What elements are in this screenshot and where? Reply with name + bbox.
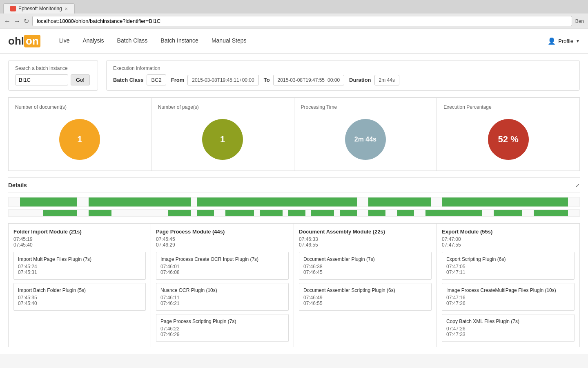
plugin-start-1-2: 07:46:22 xyxy=(160,326,284,332)
nav-live[interactable]: Live xyxy=(53,29,76,54)
nav-batch-instance[interactable]: Batch Instance xyxy=(154,29,205,54)
plugin-title-0-1: Import Batch Folder Plugin (5s) xyxy=(18,287,141,293)
stat-title-2: Processing Time xyxy=(301,104,337,110)
plugin-title-1-0: Image Process Create OCR Input Plugin (7… xyxy=(160,256,284,262)
stat-circle-container-0: 1 xyxy=(15,115,145,164)
plugin-end-1-0: 07:46:08 xyxy=(160,269,284,275)
timeline-bar-1-11 xyxy=(425,210,483,216)
browser-user: Ben xyxy=(575,18,584,24)
logo-on: on xyxy=(24,35,40,47)
stat-card-0: Number of document(s) 1 xyxy=(8,97,151,171)
stat-circle-3: 52 % xyxy=(488,119,529,160)
plugin-start-2-1: 07:46:49 xyxy=(303,295,427,301)
plugin-start-0-0: 07:45:24 xyxy=(18,264,141,269)
to-label: To xyxy=(264,77,270,83)
plugin-card-1-0: Image Process Create OCR Input Plugin (7… xyxy=(156,252,289,280)
timeline-bar-1-8 xyxy=(340,210,357,216)
search-box: Search a batch instance Go! xyxy=(8,60,98,91)
plugin-cards-3: Export Scripting Plugin (6s) 07:47:05 07… xyxy=(442,252,575,342)
execution-label: Execution information xyxy=(113,65,573,71)
timeline-bar-1-5 xyxy=(260,210,283,216)
execution-fields: Batch Class BC2 From 2015-03-08T19:45:11… xyxy=(113,74,573,85)
details-expand-icon[interactable]: ⤢ xyxy=(575,182,580,188)
module-end-3: 07:47:55 xyxy=(442,242,575,248)
timeline-bar-1-9 xyxy=(368,210,385,216)
module-card-0: Folder Import Module (21s) 07:45:19 07:4… xyxy=(8,223,151,347)
plugin-end-1-2: 07:46:29 xyxy=(160,332,284,337)
from-label: From xyxy=(171,77,185,83)
stats-row: Number of document(s) 1 Number of page(s… xyxy=(8,97,580,171)
timeline-row-0 xyxy=(8,197,580,207)
timeline-bar-1-2 xyxy=(168,210,191,216)
plugin-start-3-1: 07:47:16 xyxy=(446,295,570,301)
profile-label: Profile xyxy=(558,38,573,44)
go-button[interactable]: Go! xyxy=(71,74,90,85)
from-field: From 2015-03-08T19:45:11+00:00 xyxy=(171,75,259,85)
from-value: 2015-03-08T19:45:11+00:00 xyxy=(187,75,258,85)
forward-button[interactable]: → xyxy=(14,18,20,25)
nav-batch-class[interactable]: Batch Class xyxy=(111,29,154,54)
duration-field: Duration 2m 44s xyxy=(349,75,399,85)
logo: ohlon xyxy=(8,35,40,47)
plugin-card-2-0: Document Assembler Plugin (7s) 07:46:38 … xyxy=(299,252,432,280)
tab-close-button[interactable]: ✕ xyxy=(65,7,68,11)
stat-circle-0: 1 xyxy=(59,119,100,160)
plugin-title-3-1: Image Process CreateMultiPage Files Plug… xyxy=(446,287,570,293)
plugin-card-3-1: Image Process CreateMultiPage Files Plug… xyxy=(442,283,575,311)
details-header: Details ⤢ xyxy=(8,177,580,193)
address-bar: ← → ↻ Ben xyxy=(0,13,588,29)
batch-class-label: Batch Class xyxy=(113,77,143,83)
plugin-start-3-2: 07:47:26 xyxy=(446,326,570,332)
search-input[interactable] xyxy=(15,74,68,85)
profile-area[interactable]: 👤 Profile ▼ xyxy=(548,37,580,45)
timeline-bar-1-6 xyxy=(288,210,305,216)
timeline-bar-1-12 xyxy=(494,210,522,216)
timeline-bar-1-1 xyxy=(89,210,111,216)
tab-title: Ephesoft Monitoring xyxy=(18,6,62,11)
timeline-bar-1-13 xyxy=(534,210,568,216)
address-input[interactable] xyxy=(32,16,572,26)
timeline-bar-1-10 xyxy=(397,210,414,216)
plugin-end-3-0: 07:47:11 xyxy=(446,269,570,275)
plugin-title-1-1: Nuance OCR Plugin (10s) xyxy=(160,287,284,293)
refresh-button[interactable]: ↻ xyxy=(24,17,29,25)
plugin-start-2-0: 07:46:38 xyxy=(303,264,427,269)
module-card-1: Page Process Module (44s) 07:45:45 07:46… xyxy=(151,223,294,347)
search-label: Search a batch instance xyxy=(15,65,91,71)
header: ohlon Live Analysis Batch Class Batch In… xyxy=(0,29,588,54)
module-start-3: 07:47:00 xyxy=(442,236,575,242)
module-title-1: Page Process Module (44s) xyxy=(156,229,289,235)
plugin-end-2-1: 07:46:55 xyxy=(303,301,427,306)
stat-circle-container-3: 52 % xyxy=(443,115,573,164)
batch-class-value: BC2 xyxy=(147,74,166,85)
main-content: Search a batch instance Go! Execution in… xyxy=(0,54,588,354)
to-value: 2015-03-08T19:47:55+00:00 xyxy=(273,75,344,85)
logo-ohl: ohl xyxy=(8,35,24,47)
timeline-section xyxy=(8,197,580,217)
plugin-card-0-0: Import MultiPage Files Plugin (7s) 07:45… xyxy=(13,252,146,280)
stat-circle-2: 2m 44s xyxy=(345,119,386,160)
timeline-bar-0-1 xyxy=(89,197,192,206)
execution-box: Execution information Batch Class BC2 Fr… xyxy=(106,60,580,91)
profile-icon: 👤 xyxy=(548,37,556,45)
module-start-0: 07:45:19 xyxy=(13,236,146,242)
to-field: To 2015-03-08T19:47:55+00:00 xyxy=(264,75,344,85)
timeline-bar-1-7 xyxy=(311,210,334,216)
plugin-end-3-1: 07:47:26 xyxy=(446,301,570,306)
stat-card-3: Execution Percentage 52 % xyxy=(437,97,580,171)
browser-tab[interactable]: Ephesoft Monitoring ✕ xyxy=(3,3,75,13)
plugin-end-0-0: 07:45:31 xyxy=(18,269,141,275)
nav-manual-steps[interactable]: Manual Steps xyxy=(205,29,253,54)
duration-label: Duration xyxy=(349,77,371,83)
plugin-title-3-2: Copy Batch XML Files Plugin (7s) xyxy=(446,319,570,324)
back-button[interactable]: ← xyxy=(4,18,11,25)
plugin-title-2-1: Document Assembler Scripting Plugin (6s) xyxy=(303,287,427,293)
plugin-card-1-2: Page Process Scripting Plugin (7s) 07:46… xyxy=(156,314,289,342)
plugin-start-1-1: 07:46:11 xyxy=(160,295,284,301)
nav-analysis[interactable]: Analysis xyxy=(76,29,110,54)
stat-title-0: Number of document(s) xyxy=(15,104,67,110)
details-title: Details xyxy=(8,182,27,188)
browser-chrome: Ephesoft Monitoring ✕ ← → ↻ Ben xyxy=(0,0,588,29)
module-title-3: Export Module (55s) xyxy=(442,229,575,235)
module-start-1: 07:45:45 xyxy=(156,236,289,242)
